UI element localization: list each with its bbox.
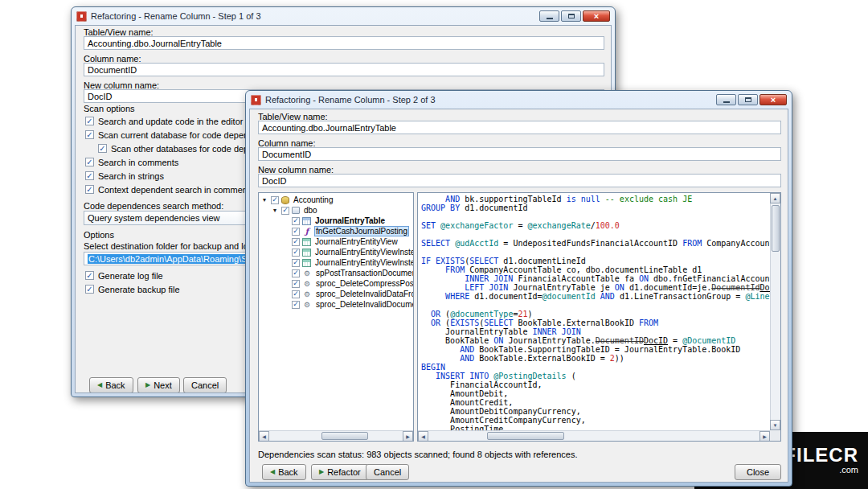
code-line xyxy=(421,230,767,239)
checkbox[interactable]: ✓ xyxy=(85,171,94,180)
scroll-left-button[interactable]: ◀ xyxy=(259,431,269,442)
tree-checkbox[interactable]: ✓ xyxy=(292,269,300,277)
code-line: INSERT INTO @PostingDetails ( xyxy=(421,372,767,380)
code-vertical-scrollbar[interactable]: ▲ ▼ xyxy=(770,193,780,430)
code-line: AmountDebit, xyxy=(421,389,767,398)
window-title-step2: Refactoring - Rename Column - Step 2 of … xyxy=(265,95,712,105)
new-column-value: DocID xyxy=(262,176,287,186)
tree-checkbox[interactable]: ✓ xyxy=(292,228,300,236)
tree-checkbox[interactable]: ✓ xyxy=(292,290,300,298)
close-window-button[interactable]: × xyxy=(583,10,610,22)
tree-item[interactable]: ✓ƒfnGetCashJournalPosting xyxy=(259,226,413,236)
code-line: FROM CompanyAccountTable co, dbo.documen… xyxy=(421,265,767,274)
tree-checkbox[interactable]: ✓ xyxy=(292,238,300,246)
tree-expand-icon[interactable]: ▾ xyxy=(260,197,268,203)
back-button[interactable]: ◀Back xyxy=(89,377,133,393)
maximize-button[interactable] xyxy=(738,94,758,105)
checkbox[interactable]: ✓ xyxy=(85,117,94,125)
tree-checkbox[interactable]: ✓ xyxy=(292,249,300,257)
new-column-field[interactable]: DocID xyxy=(258,174,781,187)
code-line: PostingTime xyxy=(421,425,767,430)
table-view-field[interactable]: Accounting.dbo.JournalEntryTable xyxy=(258,121,781,134)
column-name-field[interactable]: DocumentID xyxy=(258,147,781,161)
scroll-up-button[interactable]: ▲ xyxy=(770,193,780,203)
next-button-label: Next xyxy=(154,380,172,390)
refactor-button[interactable]: ▶Refactor xyxy=(311,464,369,480)
code-line: AmountDebitCompanyCurrency, xyxy=(421,407,767,416)
column-name-field[interactable]: DocumentID xyxy=(84,63,604,76)
tree-item[interactable]: ✓JournalEntryEntityViewInsteadOf xyxy=(259,247,413,257)
checkbox-row[interactable]: ✓Generate log file xyxy=(85,269,180,282)
checkbox[interactable]: ✓ xyxy=(85,285,94,294)
checkbox[interactable]: ✓ xyxy=(85,271,94,280)
scroll-left-button[interactable]: ◀ xyxy=(418,431,428,442)
tree-item[interactable]: ✓⚙sproc_DeleteInvalidDataFromSBA xyxy=(259,289,413,299)
titlebar-step1[interactable]: Refactoring - Rename Column - Step 1 of … xyxy=(72,7,615,25)
tree-checkbox[interactable]: ✓ xyxy=(281,207,289,215)
maximize-button[interactable] xyxy=(561,10,581,22)
scroll-thumb[interactable] xyxy=(321,432,368,440)
scroll-right-button[interactable]: ▶ xyxy=(760,431,770,442)
tree-item[interactable]: ✓JournalEntryTable xyxy=(259,216,413,226)
code-line xyxy=(421,212,767,221)
code-line: AND BookTable.ExternalBookID = 2)) xyxy=(421,354,767,363)
cancel-button[interactable]: Cancel xyxy=(366,464,409,480)
function-icon: ƒ xyxy=(302,227,312,236)
code-preview-pane: AND bk.supportingTableId is null -- excl… xyxy=(417,192,781,442)
close-window-button[interactable]: × xyxy=(760,94,787,105)
scroll-thumb[interactable] xyxy=(487,432,564,440)
minimize-button[interactable] xyxy=(539,10,559,22)
checkbox-row[interactable]: ✓Generate backup file xyxy=(85,282,180,296)
sql-editor[interactable]: AND bk.supportingTableId is null -- excl… xyxy=(418,193,770,430)
tree-checkbox[interactable]: ✓ xyxy=(292,280,300,288)
tree-item[interactable]: ✓⚙spPostTransactionDocument xyxy=(259,268,413,278)
scan-options-group-label: Scan options xyxy=(84,104,135,113)
checkbox[interactable]: ✓ xyxy=(85,158,94,166)
checkbox[interactable]: ✓ xyxy=(85,130,94,139)
scroll-right-button[interactable]: ▶ xyxy=(403,431,413,442)
tree-item[interactable]: ✓⚙sproc_DeleteInvalidDocuments xyxy=(259,299,413,310)
tree-item[interactable]: ✓JournalEntryEntityViewInsteadOf xyxy=(259,257,413,268)
code-line xyxy=(421,248,767,257)
code-line: AmountCredit, xyxy=(421,398,767,407)
code-line: BookTable ON JournalEntryTable.DocumentI… xyxy=(421,336,767,345)
table-view-value: Accounting.dbo.JournalEntryTable xyxy=(262,123,396,133)
refactor-dialog-icon xyxy=(76,11,87,22)
back-button[interactable]: ◀Back xyxy=(262,464,306,480)
tree-checkbox[interactable]: ✓ xyxy=(292,259,300,267)
tree-item-label: sproc_DeleteCompressPostingsHi xyxy=(314,279,413,288)
checkbox[interactable]: ✓ xyxy=(98,144,107,153)
refactor-dialog-icon xyxy=(251,95,261,105)
code-line: WHERE d1.documentId=@documentId AND d1.L… xyxy=(421,292,767,301)
scrollbar-corner xyxy=(770,430,780,441)
checkbox[interactable]: ✓ xyxy=(85,185,94,194)
filecr-tld: .com xyxy=(839,465,858,475)
back-arrow-icon: ◀ xyxy=(97,382,102,388)
code-line: IF EXISTS(SELECT d1.documentLineId xyxy=(421,257,767,265)
tree-expand-icon[interactable]: ▾ xyxy=(271,208,279,214)
options-checklist: ✓Generate log file✓Generate backup file xyxy=(85,269,180,296)
minimize-button[interactable] xyxy=(716,94,736,105)
tree-item[interactable]: ▾✓dbo xyxy=(259,205,413,216)
tree-item[interactable]: ✓⚙sproc_DeleteCompressPostingsHi xyxy=(259,278,413,289)
table-view-value: Accounting.dbo.JournalEntryTable xyxy=(88,39,222,48)
scroll-thumb[interactable] xyxy=(772,205,780,252)
titlebar-step2[interactable]: Refactoring - Rename Column - Step 2 of … xyxy=(246,91,792,109)
tree-horizontal-scrollbar[interactable]: ◀ ▶ xyxy=(259,430,413,441)
tree-item[interactable]: ▾✓Accounting xyxy=(259,195,413,205)
cancel-button[interactable]: Cancel xyxy=(183,377,227,393)
close-button[interactable]: Close xyxy=(735,464,781,480)
tree-checkbox[interactable]: ✓ xyxy=(271,196,279,204)
next-button[interactable]: ▶Next xyxy=(137,377,180,393)
tree-item-label: Accounting xyxy=(292,195,334,204)
code-line: OR (EXISTS(SELECT BookTable.ExternalBook… xyxy=(421,318,767,327)
dependency-tree[interactable]: ▾✓Accounting▾✓dbo✓JournalEntryTable✓ƒfnG… xyxy=(259,193,413,430)
tree-item[interactable]: ✓JournalEntryEntityView xyxy=(259,236,413,247)
code-horizontal-scrollbar[interactable]: ◀ ▶ xyxy=(418,430,770,441)
tree-item-label: dbo xyxy=(302,206,319,215)
scroll-down-button[interactable]: ▼ xyxy=(770,420,780,430)
tree-checkbox[interactable]: ✓ xyxy=(292,301,300,309)
code-line: AND bk.supportingTableId is null -- excl… xyxy=(421,195,767,203)
table-view-field[interactable]: Accounting.dbo.JournalEntryTable xyxy=(84,36,604,50)
tree-checkbox[interactable]: ✓ xyxy=(292,217,300,225)
